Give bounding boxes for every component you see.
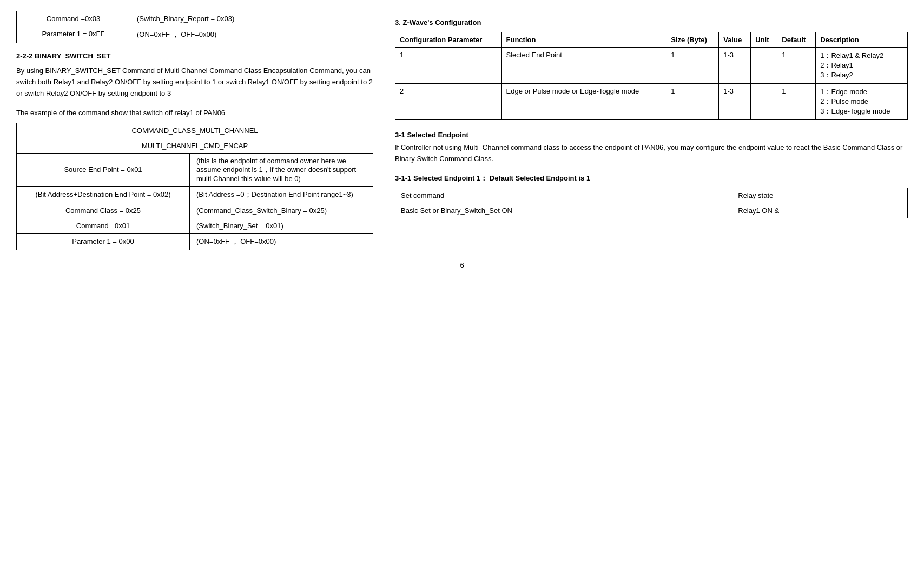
- config-unit: [751, 84, 777, 120]
- config-table: Configuration ParameterFunctionSize (Byt…: [395, 32, 908, 120]
- table-row: COMMAND_CLASS_MULTI_CHANNEL: [17, 123, 373, 138]
- config-col-header: Value: [719, 32, 751, 48]
- set-col2: Relay1 ON &: [732, 203, 876, 218]
- cmd-desc: (ON=0xFF ， OFF=0x00): [190, 233, 373, 250]
- config-size: 1: [666, 84, 719, 120]
- cmd-desc: (Bit Address =0；Destination End Point ra…: [190, 186, 373, 203]
- cmd-table: COMMAND_CLASS_MULTI_CHANNELMULTI_CHANNEL…: [16, 123, 373, 250]
- set-col2: Relay state: [732, 188, 876, 203]
- right-column: 3. Z-Wave's Configuration Configuration …: [395, 11, 908, 250]
- set-table: Set command Relay state Basic Set or Bin…: [395, 188, 908, 218]
- table-row: (Bit Address+Destination End Point = 0x0…: [17, 186, 373, 203]
- set-col1: Basic Set or Binary_Switch_Set ON: [395, 203, 732, 218]
- table-row: Parameter 1 = 0x00(ON=0xFF ， OFF=0x00): [17, 233, 373, 250]
- table-row: Source End Point = 0x01(this is the endp…: [17, 153, 373, 186]
- cmd-desc: (Switch_Binary_Set = 0x01): [190, 218, 373, 233]
- cmd-label: Command Class = 0x25: [17, 203, 190, 218]
- example-note: The example of the command show that swi…: [16, 108, 373, 118]
- config-col-header: Configuration Parameter: [395, 32, 502, 48]
- config-value: 1-3: [719, 84, 751, 120]
- config-param: 2: [395, 84, 502, 120]
- config-unit: [751, 48, 777, 84]
- config-col-header: Size (Byte): [666, 32, 719, 48]
- cmd-desc: (ON=0xFF ， OFF=0x00): [130, 26, 373, 43]
- table-row: 1 Slected End Point 1 1-3 1 1：Relay1 & R…: [395, 48, 908, 84]
- cmd-label: Command =0x01: [17, 218, 190, 233]
- left-column: Command =0x03(Switch_Binary_Report = 0x0…: [16, 11, 373, 250]
- table-row: Basic Set or Binary_Switch_Set ON Relay1…: [395, 203, 908, 218]
- section-222-para: By using BINARY_SWITCH_SET Command of Mu…: [16, 65, 373, 99]
- cmd-label: Command =0x03: [17, 11, 130, 26]
- config-description: 1：Relay1 & Relay22：Relay13：Relay2: [816, 48, 908, 84]
- section-3-title: 3. Z-Wave's Configuration: [395, 18, 908, 26]
- config-description: 1：Edge mode2：Pulse mode3：Edge-Toggle mod…: [816, 84, 908, 120]
- section-31-para: If Controller not using Multi_Channel co…: [395, 142, 908, 165]
- cmd-desc: (Switch_Binary_Report = 0x03): [130, 11, 373, 26]
- config-param: 1: [395, 48, 502, 84]
- config-value: 1-3: [719, 48, 751, 84]
- config-col-header: Function: [501, 32, 666, 48]
- cmd-label: COMMAND_CLASS_MULTI_CHANNEL: [17, 123, 373, 138]
- section-222-title: 2-2-2 BINARY_SWITCH_SET: [16, 52, 373, 60]
- cmd-desc: (Command_Class_Switch_Binary = 0x25): [190, 203, 373, 218]
- section-311-title: 3-1-1 Selected Endpoint 1： Default Selec…: [395, 174, 908, 183]
- config-col-header: Unit: [751, 32, 777, 48]
- section-31-title: 3-1 Selected Endpoint: [395, 131, 908, 139]
- set-col3: [876, 203, 908, 218]
- cmd-label: MULTI_CHANNEL_CMD_ENCAP: [17, 138, 373, 153]
- section-3: 3. Z-Wave's Configuration Configuration …: [395, 18, 908, 120]
- table-row: MULTI_CHANNEL_CMD_ENCAP: [17, 138, 373, 153]
- config-col-header: Description: [816, 32, 908, 48]
- cmd-label: Parameter 1 = 0xFF: [17, 26, 130, 43]
- config-function: Edge or Pulse mode or Edge-Toggle mode: [501, 84, 666, 120]
- config-col-header: Default: [777, 32, 816, 48]
- cmd-desc: (this is the endpoint of command owner h…: [190, 153, 373, 186]
- config-size: 1: [666, 48, 719, 84]
- table-row: Command =0x01(Switch_Binary_Set = 0x01): [17, 218, 373, 233]
- table-row: Parameter 1 = 0xFF(ON=0xFF ， OFF=0x00): [17, 26, 373, 43]
- config-default: 1: [777, 48, 816, 84]
- page-container: Command =0x03(Switch_Binary_Report = 0x0…: [16, 11, 908, 250]
- set-col3: [876, 188, 908, 203]
- table-row: 2 Edge or Pulse mode or Edge-Toggle mode…: [395, 84, 908, 120]
- cmd-label: (Bit Address+Destination End Point = 0x0…: [17, 186, 190, 203]
- set-col1: Set command: [395, 188, 732, 203]
- table-row: Command =0x03(Switch_Binary_Report = 0x0…: [17, 11, 373, 26]
- top-table: Command =0x03(Switch_Binary_Report = 0x0…: [16, 11, 373, 43]
- config-default: 1: [777, 84, 816, 120]
- page-number: 6: [16, 261, 908, 269]
- table-row: Set command Relay state: [395, 188, 908, 203]
- table-row: Command Class = 0x25(Command_Class_Switc…: [17, 203, 373, 218]
- config-function: Slected End Point: [501, 48, 666, 84]
- cmd-label: Parameter 1 = 0x00: [17, 233, 190, 250]
- cmd-label: Source End Point = 0x01: [17, 153, 190, 186]
